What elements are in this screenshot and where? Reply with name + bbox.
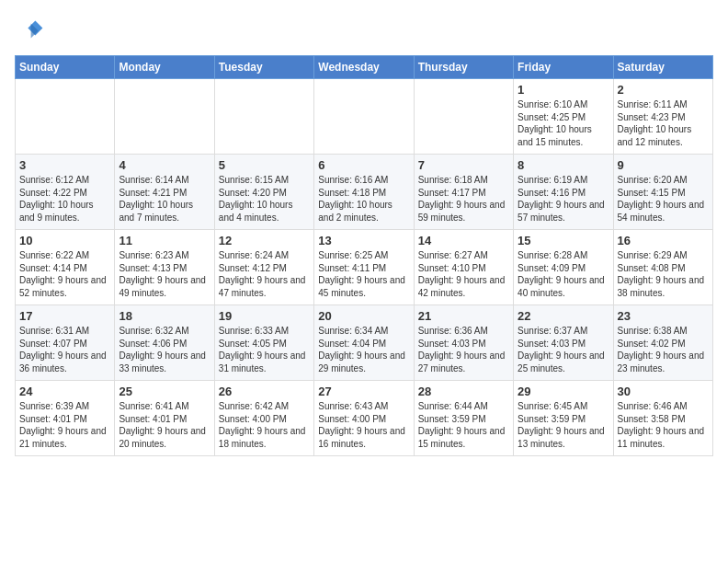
day-number: 6	[318, 158, 409, 172]
day-info: Sunrise: 6:41 AM Sunset: 4:01 PM Dayligh…	[119, 400, 210, 450]
day-info: Sunrise: 6:12 AM Sunset: 4:22 PM Dayligh…	[19, 174, 110, 224]
day-number: 1	[518, 83, 609, 97]
calendar-week-5: 24Sunrise: 6:39 AM Sunset: 4:01 PM Dayli…	[16, 381, 713, 456]
calendar-cell: 24Sunrise: 6:39 AM Sunset: 4:01 PM Dayli…	[16, 381, 115, 456]
calendar-cell: 25Sunrise: 6:41 AM Sunset: 4:01 PM Dayli…	[115, 381, 214, 456]
day-info: Sunrise: 6:46 AM Sunset: 3:58 PM Dayligh…	[618, 400, 709, 450]
calendar-cell	[16, 79, 115, 155]
day-info: Sunrise: 6:33 AM Sunset: 4:05 PM Dayligh…	[219, 325, 310, 374]
day-number: 8	[518, 158, 609, 172]
day-number: 19	[219, 309, 310, 323]
calendar-cell: 6Sunrise: 6:16 AM Sunset: 4:18 PM Daylig…	[314, 155, 414, 230]
calendar-cell: 12Sunrise: 6:24 AM Sunset: 4:12 PM Dayli…	[214, 230, 313, 305]
header-saturday: Saturday	[613, 56, 712, 79]
calendar-cell: 10Sunrise: 6:22 AM Sunset: 4:14 PM Dayli…	[16, 230, 115, 305]
day-number: 3	[19, 158, 110, 172]
calendar-cell: 26Sunrise: 6:42 AM Sunset: 4:00 PM Dayli…	[214, 381, 313, 456]
calendar-cell	[314, 79, 414, 155]
logo-icon	[15, 15, 44, 44]
day-info: Sunrise: 6:32 AM Sunset: 4:06 PM Dayligh…	[119, 325, 210, 374]
day-info: Sunrise: 6:38 AM Sunset: 4:02 PM Dayligh…	[618, 325, 709, 374]
calendar-week-3: 10Sunrise: 6:22 AM Sunset: 4:14 PM Dayli…	[16, 230, 713, 305]
calendar-week-4: 17Sunrise: 6:31 AM Sunset: 4:07 PM Dayli…	[16, 305, 713, 381]
day-number: 29	[518, 385, 609, 398]
day-info: Sunrise: 6:22 AM Sunset: 4:14 PM Dayligh…	[19, 249, 110, 299]
day-info: Sunrise: 6:25 AM Sunset: 4:11 PM Dayligh…	[318, 249, 409, 299]
page-container: Sunday Monday Tuesday Wednesday Thursday…	[0, 0, 728, 464]
day-number: 5	[219, 158, 310, 172]
day-number: 22	[518, 309, 609, 323]
calendar-week-1: 1Sunrise: 6:10 AM Sunset: 4:25 PM Daylig…	[16, 79, 713, 155]
calendar-cell: 14Sunrise: 6:27 AM Sunset: 4:10 PM Dayli…	[414, 230, 513, 305]
page-header	[15, 15, 713, 44]
day-number: 14	[418, 234, 509, 247]
day-info: Sunrise: 6:23 AM Sunset: 4:13 PM Dayligh…	[119, 249, 210, 299]
day-number: 15	[518, 234, 609, 247]
day-info: Sunrise: 6:14 AM Sunset: 4:21 PM Dayligh…	[119, 174, 210, 224]
calendar-cell: 2Sunrise: 6:11 AM Sunset: 4:23 PM Daylig…	[613, 79, 712, 155]
calendar-cell: 19Sunrise: 6:33 AM Sunset: 4:05 PM Dayli…	[214, 305, 313, 381]
calendar-cell	[115, 79, 214, 155]
calendar-table: Sunday Monday Tuesday Wednesday Thursday…	[15, 55, 713, 456]
calendar-cell: 22Sunrise: 6:37 AM Sunset: 4:03 PM Dayli…	[514, 305, 613, 381]
day-info: Sunrise: 6:29 AM Sunset: 4:08 PM Dayligh…	[618, 249, 709, 299]
calendar-cell: 11Sunrise: 6:23 AM Sunset: 4:13 PM Dayli…	[115, 230, 214, 305]
header-wednesday: Wednesday	[314, 56, 414, 79]
day-number: 27	[318, 385, 409, 398]
calendar-cell: 8Sunrise: 6:19 AM Sunset: 4:16 PM Daylig…	[514, 155, 613, 230]
day-info: Sunrise: 6:37 AM Sunset: 4:03 PM Dayligh…	[518, 325, 609, 374]
day-number: 11	[119, 234, 210, 247]
calendar-cell: 16Sunrise: 6:29 AM Sunset: 4:08 PM Dayli…	[613, 230, 712, 305]
calendar-cell: 4Sunrise: 6:14 AM Sunset: 4:21 PM Daylig…	[115, 155, 214, 230]
day-number: 18	[119, 309, 210, 323]
calendar-week-2: 3Sunrise: 6:12 AM Sunset: 4:22 PM Daylig…	[16, 155, 713, 230]
calendar-cell: 20Sunrise: 6:34 AM Sunset: 4:04 PM Dayli…	[314, 305, 414, 381]
day-number: 26	[219, 385, 310, 398]
day-info: Sunrise: 6:42 AM Sunset: 4:00 PM Dayligh…	[219, 400, 310, 450]
day-number: 10	[19, 234, 110, 247]
day-info: Sunrise: 6:24 AM Sunset: 4:12 PM Dayligh…	[219, 249, 310, 299]
calendar-cell: 15Sunrise: 6:28 AM Sunset: 4:09 PM Dayli…	[514, 230, 613, 305]
calendar-cell: 17Sunrise: 6:31 AM Sunset: 4:07 PM Dayli…	[16, 305, 115, 381]
calendar-cell: 13Sunrise: 6:25 AM Sunset: 4:11 PM Dayli…	[314, 230, 414, 305]
day-number: 12	[219, 234, 310, 247]
calendar-cell: 1Sunrise: 6:10 AM Sunset: 4:25 PM Daylig…	[514, 79, 613, 155]
day-info: Sunrise: 6:16 AM Sunset: 4:18 PM Dayligh…	[318, 174, 409, 224]
header-sunday: Sunday	[16, 56, 115, 79]
header-monday: Monday	[115, 56, 214, 79]
calendar-cell: 27Sunrise: 6:43 AM Sunset: 4:00 PM Dayli…	[314, 381, 414, 456]
day-number: 13	[318, 234, 409, 247]
day-info: Sunrise: 6:45 AM Sunset: 3:59 PM Dayligh…	[518, 400, 609, 450]
day-info: Sunrise: 6:27 AM Sunset: 4:10 PM Dayligh…	[418, 249, 509, 299]
day-info: Sunrise: 6:10 AM Sunset: 4:25 PM Dayligh…	[518, 98, 609, 148]
calendar-cell: 5Sunrise: 6:15 AM Sunset: 4:20 PM Daylig…	[214, 155, 313, 230]
day-number: 23	[618, 309, 709, 323]
calendar-cell: 30Sunrise: 6:46 AM Sunset: 3:58 PM Dayli…	[613, 381, 712, 456]
calendar-cell: 3Sunrise: 6:12 AM Sunset: 4:22 PM Daylig…	[16, 155, 115, 230]
day-info: Sunrise: 6:28 AM Sunset: 4:09 PM Dayligh…	[518, 249, 609, 299]
calendar-cell: 18Sunrise: 6:32 AM Sunset: 4:06 PM Dayli…	[115, 305, 214, 381]
calendar-body: 1Sunrise: 6:10 AM Sunset: 4:25 PM Daylig…	[16, 79, 713, 456]
calendar-cell: 9Sunrise: 6:20 AM Sunset: 4:15 PM Daylig…	[613, 155, 712, 230]
day-number: 16	[618, 234, 709, 247]
day-info: Sunrise: 6:36 AM Sunset: 4:03 PM Dayligh…	[418, 325, 509, 374]
calendar-cell: 7Sunrise: 6:18 AM Sunset: 4:17 PM Daylig…	[414, 155, 513, 230]
calendar-header-row: Sunday Monday Tuesday Wednesday Thursday…	[16, 56, 713, 79]
logo	[15, 15, 48, 44]
day-info: Sunrise: 6:39 AM Sunset: 4:01 PM Dayligh…	[19, 400, 110, 450]
day-info: Sunrise: 6:20 AM Sunset: 4:15 PM Dayligh…	[618, 174, 709, 224]
day-number: 21	[418, 309, 509, 323]
day-number: 4	[119, 158, 210, 172]
day-info: Sunrise: 6:44 AM Sunset: 3:59 PM Dayligh…	[418, 400, 509, 450]
day-info: Sunrise: 6:19 AM Sunset: 4:16 PM Dayligh…	[518, 174, 609, 224]
day-number: 7	[418, 158, 509, 172]
day-number: 17	[19, 309, 110, 323]
day-number: 28	[418, 385, 509, 398]
day-info: Sunrise: 6:11 AM Sunset: 4:23 PM Dayligh…	[618, 98, 709, 148]
header-friday: Friday	[514, 56, 613, 79]
day-info: Sunrise: 6:15 AM Sunset: 4:20 PM Dayligh…	[219, 174, 310, 224]
day-number: 9	[618, 158, 709, 172]
day-number: 2	[618, 83, 709, 97]
calendar-cell	[414, 79, 513, 155]
day-info: Sunrise: 6:43 AM Sunset: 4:00 PM Dayligh…	[318, 400, 409, 450]
